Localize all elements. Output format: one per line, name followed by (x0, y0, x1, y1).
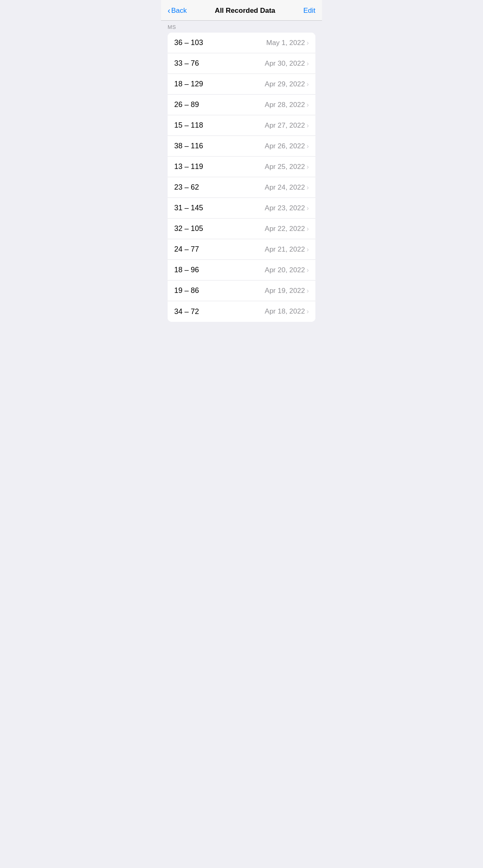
item-date-row: May 1, 2022› (266, 39, 309, 47)
chevron-left-icon: ‹ (168, 6, 170, 15)
item-date: May 1, 2022 (266, 39, 305, 47)
item-date-row: Apr 20, 2022› (265, 266, 309, 274)
item-value: 18 – 129 (174, 80, 203, 88)
list-item[interactable]: 26 – 89Apr 28, 2022› (168, 95, 315, 115)
list-item[interactable]: 13 – 119Apr 25, 2022› (168, 157, 315, 177)
chevron-right-icon: › (307, 246, 309, 253)
chevron-right-icon: › (307, 143, 309, 150)
section-label: MS (168, 24, 176, 30)
item-date: Apr 20, 2022 (265, 266, 305, 274)
item-date-row: Apr 25, 2022› (265, 163, 309, 171)
item-date-row: Apr 26, 2022› (265, 142, 309, 150)
list-item[interactable]: 32 – 105Apr 22, 2022› (168, 219, 315, 239)
item-date-row: Apr 19, 2022› (265, 287, 309, 295)
item-date-row: Apr 22, 2022› (265, 225, 309, 233)
item-date: Apr 30, 2022 (265, 59, 305, 68)
nav-bar: ‹ Back All Recorded Data Edit (161, 0, 322, 21)
list-item[interactable]: 34 – 72Apr 18, 2022› (168, 301, 315, 322)
list-item[interactable]: 38 – 116Apr 26, 2022› (168, 136, 315, 157)
item-date: Apr 24, 2022 (265, 183, 305, 192)
chevron-right-icon: › (307, 122, 309, 129)
item-date: Apr 18, 2022 (265, 307, 305, 316)
list-item[interactable]: 33 – 76Apr 30, 2022› (168, 53, 315, 74)
item-date: Apr 22, 2022 (265, 225, 305, 233)
item-value: 19 – 86 (174, 286, 199, 295)
item-date: Apr 25, 2022 (265, 163, 305, 171)
item-date: Apr 23, 2022 (265, 204, 305, 212)
chevron-right-icon: › (307, 308, 309, 315)
chevron-right-icon: › (307, 101, 309, 109)
item-date: Apr 26, 2022 (265, 142, 305, 150)
list-item[interactable]: 31 – 145Apr 23, 2022› (168, 198, 315, 219)
list-item[interactable]: 23 – 62Apr 24, 2022› (168, 177, 315, 198)
list-item[interactable]: 36 – 103May 1, 2022› (168, 33, 315, 53)
item-value: 15 – 118 (174, 121, 203, 130)
list-item[interactable]: 18 – 129Apr 29, 2022› (168, 74, 315, 95)
back-label: Back (171, 7, 187, 15)
item-date-row: Apr 27, 2022› (265, 121, 309, 130)
chevron-right-icon: › (307, 163, 309, 171)
item-value: 38 – 116 (174, 142, 203, 150)
chevron-right-icon: › (307, 266, 309, 274)
item-value: 13 – 119 (174, 162, 203, 171)
item-date-row: Apr 29, 2022› (265, 80, 309, 88)
item-value: 33 – 76 (174, 59, 199, 68)
chevron-right-icon: › (307, 287, 309, 295)
item-value: 32 – 105 (174, 224, 203, 233)
item-date: Apr 28, 2022 (265, 101, 305, 109)
item-value: 18 – 96 (174, 266, 199, 274)
page-title: All Recorded Data (187, 7, 303, 15)
list-item[interactable]: 24 – 77Apr 21, 2022› (168, 239, 315, 260)
chevron-right-icon: › (307, 225, 309, 233)
item-value: 23 – 62 (174, 183, 199, 192)
chevron-right-icon: › (307, 60, 309, 67)
item-date-row: Apr 30, 2022› (265, 59, 309, 68)
item-value: 34 – 72 (174, 307, 199, 316)
item-value: 36 – 103 (174, 38, 203, 47)
item-value: 24 – 77 (174, 245, 199, 254)
chevron-right-icon: › (307, 184, 309, 191)
item-value: 31 – 145 (174, 204, 203, 212)
item-date-row: Apr 28, 2022› (265, 101, 309, 109)
item-value: 26 – 89 (174, 100, 199, 109)
chevron-right-icon: › (307, 81, 309, 88)
back-button[interactable]: ‹ Back (168, 6, 187, 15)
section-header: MS (161, 21, 322, 33)
list-item[interactable]: 19 – 86Apr 19, 2022› (168, 281, 315, 301)
edit-button[interactable]: Edit (303, 7, 315, 15)
item-date: Apr 29, 2022 (265, 80, 305, 88)
item-date: Apr 21, 2022 (265, 245, 305, 254)
chevron-right-icon: › (307, 39, 309, 47)
list-item[interactable]: 18 – 96Apr 20, 2022› (168, 260, 315, 281)
item-date-row: Apr 21, 2022› (265, 245, 309, 254)
chevron-right-icon: › (307, 205, 309, 212)
records-list: 36 – 103May 1, 2022›33 – 76Apr 30, 2022›… (168, 33, 315, 322)
item-date: Apr 27, 2022 (265, 121, 305, 130)
item-date-row: Apr 23, 2022› (265, 204, 309, 212)
list-item[interactable]: 15 – 118Apr 27, 2022› (168, 115, 315, 136)
item-date: Apr 19, 2022 (265, 287, 305, 295)
item-date-row: Apr 18, 2022› (265, 307, 309, 316)
item-date-row: Apr 24, 2022› (265, 183, 309, 192)
